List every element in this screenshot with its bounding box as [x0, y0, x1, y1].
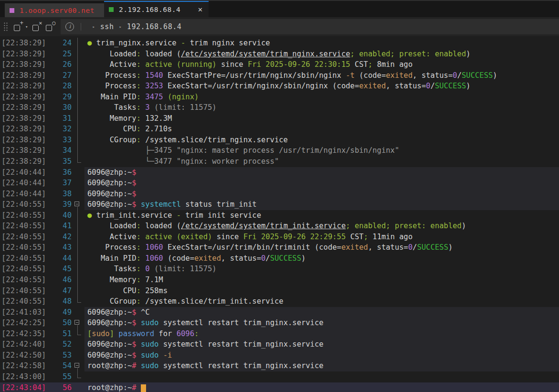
- toolbar: + ▾ ✕ ○ i ▸ ssh ▸ 192.168.68.4: [0, 17, 559, 36]
- terminal-row: [22:38:29]32 CPU: 2.710s: [0, 124, 559, 135]
- fold-guide: [72, 49, 84, 60]
- terminal-window: 1.ooop.serv00.net 2.192.168.68.4 ✕ + ▾ ✕…: [0, 0, 559, 392]
- tab-bar: 1.ooop.serv00.net 2.192.168.68.4 ✕: [0, 0, 559, 17]
- fold-guide: [72, 145, 84, 156]
- drag-grip-icon[interactable]: [3, 21, 8, 32]
- fold-guide: [72, 382, 84, 392]
- terminal[interactable]: [22:38:29]24● trim_nginx.service - trim …: [0, 36, 559, 392]
- terminal-row: [22:38:29]24● trim_nginx.service - trim …: [0, 38, 559, 49]
- row-timestamp: [22:38:29]: [0, 81, 47, 92]
- fold-guide: [72, 232, 84, 243]
- row-timestamp: [22:38:29]: [0, 102, 47, 113]
- fold-guide: [72, 286, 84, 297]
- row-timestamp: [22:38:29]: [0, 92, 47, 103]
- row-timestamp: [22:42:58]: [0, 360, 47, 371]
- terminal-text: CPU: 258ms: [84, 286, 559, 297]
- breadcrumb-arrow-icon: ▸: [92, 24, 95, 29]
- row-timestamp: [22:43:00]: [0, 371, 47, 382]
- line-number: 32: [47, 124, 72, 135]
- line-number: 55: [47, 371, 72, 382]
- row-timestamp: [22:40:55]: [0, 242, 47, 253]
- info-icon[interactable]: i: [65, 22, 74, 31]
- new-session-icon[interactable]: +: [13, 22, 23, 32]
- breadcrumb-host[interactable]: 192.168.68.4: [127, 22, 181, 31]
- row-timestamp: [22:40:55]: [0, 253, 47, 264]
- terminal-text: 6096@zhp:~$: [84, 178, 559, 189]
- terminal-text: Loaded: loaded (/etc/systemd/system/trim…: [84, 49, 559, 60]
- terminal-row: [22:40:55]43 Process: 1060 ExecStart=/us…: [0, 242, 559, 253]
- fold-guide: [72, 59, 84, 70]
- fold-guide: [72, 253, 84, 264]
- terminal-text: CPU: 2.710s: [84, 124, 559, 135]
- line-number: 29: [47, 92, 72, 103]
- fold-toggle-icon[interactable]: [72, 360, 84, 371]
- terminal-text: 6096@zhp:~$: [84, 167, 559, 178]
- line-number: 41: [47, 221, 72, 232]
- line-number: 35: [47, 156, 72, 167]
- fold-guide: [72, 221, 84, 232]
- terminal-row: [22:40:55]47 CPU: 258ms: [0, 286, 559, 297]
- fold-guide: [72, 328, 84, 339]
- terminal-text: Process: 3253 ExecStart=/usr/trim/nginx/…: [84, 81, 559, 92]
- row-timestamp: [22:40:44]: [0, 178, 47, 189]
- terminal-row: [22:42:35]51[sudo] password for 6096:: [0, 328, 559, 339]
- terminal-text: [sudo] password for 6096:: [84, 328, 559, 339]
- tab-session-1[interactable]: 1.ooop.serv00.net: [5, 3, 104, 17]
- terminal-row: [22:40:55]45 Tasks: 0 (limit: 11575): [0, 264, 559, 275]
- line-number: 34: [47, 145, 72, 156]
- fold-guide: [72, 210, 84, 221]
- line-number: 54: [47, 360, 72, 371]
- fold-guide: [72, 38, 84, 49]
- row-timestamp: [22:40:55]: [0, 296, 47, 307]
- new-window-icon[interactable]: ○: [45, 22, 55, 32]
- line-number: 45: [47, 264, 72, 275]
- terminal-text: Loaded: loaded (/etc/systemd/system/trim…: [84, 221, 559, 232]
- fold-guide: [72, 371, 84, 382]
- terminal-text: 6096@zhp:~$: [84, 189, 559, 200]
- line-number: 48: [47, 296, 72, 307]
- row-timestamp: [22:42:50]: [0, 350, 47, 361]
- row-timestamp: [22:38:29]: [0, 145, 47, 156]
- terminal-text: 6096@zhp:~$ sudo -i: [84, 350, 559, 361]
- breadcrumb-protocol[interactable]: ssh: [100, 22, 114, 31]
- terminal-row: [22:40:44]366096@zhp:~$: [0, 167, 559, 178]
- line-number: 49: [47, 307, 72, 318]
- fold-guide: [72, 178, 84, 189]
- line-number: 51: [47, 328, 72, 339]
- terminal-text: Process: 1060 ExecStart=/usr/trim/bin/tr…: [84, 242, 559, 253]
- fold-toggle-icon[interactable]: [72, 199, 84, 210]
- row-timestamp: [22:38:29]: [0, 49, 47, 60]
- row-timestamp: [22:38:29]: [0, 124, 47, 135]
- fold-guide: [72, 81, 84, 92]
- terminal-text: ● trim_nginx.service - trim nginx servic…: [84, 38, 559, 49]
- row-timestamp: [22:40:55]: [0, 232, 47, 243]
- close-tab-icon[interactable]: ✕: [197, 6, 204, 13]
- line-number: 42: [47, 232, 72, 243]
- close-session-icon[interactable]: ✕: [32, 22, 42, 32]
- row-timestamp: [22:42:25]: [0, 318, 47, 328]
- fold-guide: [72, 113, 84, 124]
- terminal-text: └─3477 "nginx: worker process": [84, 156, 559, 167]
- terminal-row: [22:38:29]31 Memory: 132.3M: [0, 113, 559, 124]
- row-timestamp: [22:38:29]: [0, 135, 47, 146]
- line-number: 43: [47, 242, 72, 253]
- tab-session-2[interactable]: 2.192.168.68.4 ✕: [104, 1, 209, 17]
- line-number: 36: [47, 167, 72, 178]
- terminal-text: ● trim_init.service - trim init service: [84, 210, 559, 221]
- chevron-down-icon[interactable]: ▾: [25, 24, 28, 29]
- terminal-text: 6096@zhp:~$ ^C: [84, 307, 559, 318]
- terminal-text: root@zhp:~#: [84, 382, 559, 392]
- fold-guide: [72, 92, 84, 103]
- terminal-row: [22:38:29]30 Tasks: 3 (limit: 11575): [0, 102, 559, 113]
- row-timestamp: [22:40:55]: [0, 286, 47, 297]
- row-timestamp: [22:40:55]: [0, 210, 47, 221]
- terminal-row: [22:40:55]44 Main PID: 1060 (code=exited…: [0, 253, 559, 264]
- row-timestamp: [22:40:44]: [0, 189, 47, 200]
- fold-guide: [72, 167, 84, 178]
- fold-guide: [72, 275, 84, 286]
- fold-guide: [72, 296, 84, 307]
- fold-guide: [72, 350, 84, 361]
- terminal-text: [84, 371, 559, 382]
- line-number: 52: [47, 339, 72, 350]
- fold-toggle-icon[interactable]: [72, 318, 84, 328]
